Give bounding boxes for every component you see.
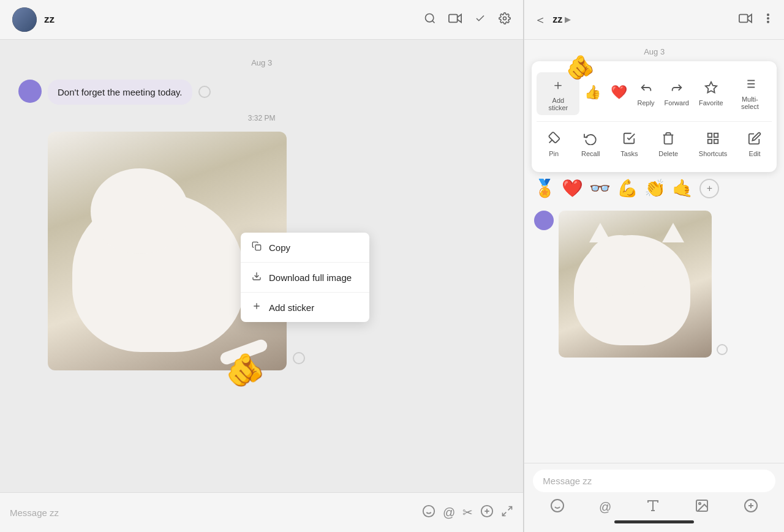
time-label: 3:32 PM [18,114,505,122]
multiselect-action[interactable]: Multi-select [728,73,772,114]
recall-icon [584,132,597,148]
svg-line-15 [503,512,507,515]
add-sticker-action[interactable]: ＋ Add sticker 🫵 [537,72,579,115]
pin-icon [547,132,560,148]
heart-action[interactable]: ❤️ [606,81,632,107]
download-icon [252,271,262,283]
search-icon[interactable] [424,12,436,28]
emoji-wave[interactable]: 🤙 [672,178,693,198]
svg-rect-4 [255,245,261,250]
pin-action[interactable]: Pin [542,128,565,161]
sender-avatar [18,80,42,103]
svg-rect-2 [449,14,458,22]
tasks-label: Tasks [620,150,638,157]
right-text-icon[interactable] [646,498,660,515]
settings-icon[interactable] [499,12,511,28]
edit-icon [748,132,761,148]
download-label: Download full image [269,272,352,283]
forward-action[interactable]: Forward [660,77,694,110]
copy-icon [252,241,262,253]
svg-point-17 [767,14,769,16]
tasks-action[interactable]: Tasks [616,128,643,161]
right-image-icon[interactable] [695,498,709,515]
message-row: Don't forget the meeting today. [18,80,505,105]
right-mention-icon[interactable]: @ [599,500,611,514]
add-sticker-action-label: Add sticker [541,97,575,111]
edit-action[interactable]: Edit [743,128,766,161]
right-emoji-icon[interactable] [550,498,565,515]
action-divider [537,121,772,122]
right-contact-name: zz ▶ [552,14,733,25]
right-message-input[interactable]: Message zz [533,470,775,492]
image-select-circle[interactable] [293,352,305,364]
back-button[interactable]: ＜ [534,12,546,28]
delete-action[interactable]: Delete [654,128,683,161]
right-date-divider: Aug 3 [524,40,784,61]
message-bubble: Don't forget the meeting today. [48,80,192,105]
scissors-icon[interactable]: ✂ [462,505,473,520]
svg-marker-20 [706,82,717,92]
emoji-clap[interactable]: 👏 [644,178,666,198]
svg-point-8 [423,505,434,516]
svg-point-19 [767,21,769,23]
add-sticker-menu-item[interactable]: Add sticker [241,293,369,322]
reply-icon [639,81,653,97]
right-chat-area [524,204,784,463]
heart-icon: ❤️ [611,84,627,100]
check-icon[interactable] [474,13,486,27]
thumbsup-action[interactable]: 👍 [579,81,606,107]
right-cat-image[interactable] [559,211,712,358]
recall-action[interactable]: Recall [576,128,605,161]
mention-icon[interactable]: @ [443,506,455,520]
right-add-icon[interactable] [744,498,758,515]
video-icon-right[interactable] [739,13,752,26]
svg-rect-28 [708,133,712,137]
emoji-glasses[interactable]: 👓 [589,178,611,198]
recall-label: Recall [581,150,600,157]
download-menu-item[interactable]: Download full image [241,263,369,293]
forward-label: Forward [665,99,689,107]
svg-line-1 [432,20,435,23]
favorite-label: Favorite [699,99,723,107]
emoji-icon[interactable] [422,504,435,521]
add-icon[interactable] [480,504,494,521]
shortcuts-icon [706,132,720,148]
message-select-circle[interactable] [198,86,211,98]
more-icon[interactable] [762,12,774,27]
svg-point-36 [699,503,701,504]
emoji-heart[interactable]: ❤️ [562,178,583,198]
delete-label: Delete [658,150,678,157]
svg-point-3 [503,17,507,20]
chat-area: Aug 3 Don't forget the meeting today. 3:… [0,40,523,492]
svg-point-32 [551,500,564,512]
favorite-action[interactable]: Favorite [694,77,728,110]
message-input[interactable] [10,508,415,518]
svg-line-14 [508,506,512,510]
multiselect-icon [743,77,756,93]
pin-label: Pin [549,150,559,157]
right-message-row [534,211,774,358]
reply-action[interactable]: Reply [632,77,659,110]
thumbsup-icon: 👍 [584,84,601,100]
add-sticker-icon [252,301,262,313]
svg-rect-31 [708,140,712,143]
shortcuts-label: Shortcuts [699,150,727,157]
shortcuts-action[interactable]: Shortcuts [694,128,732,161]
action-popup: ＋ Add sticker 🫵 👍 ❤️ Reply [532,61,777,172]
video-call-icon[interactable] [448,13,462,27]
image-message: Copy Download full image Add sticker [48,132,505,373]
expand-icon[interactable] [501,505,513,520]
right-select-circle[interactable] [717,344,728,355]
emoji-muscle[interactable]: 💪 [617,178,638,198]
add-sticker-action-icon: ＋ [551,76,565,94]
context-menu: Copy Download full image Add sticker [241,233,369,322]
svg-point-0 [426,13,434,21]
right-header: ＜ zz ▶ [524,0,784,40]
forward-icon [670,81,684,97]
action-row-1: ＋ Add sticker 🫵 👍 ❤️ Reply [537,69,772,119]
emoji-done[interactable]: 🏅 [534,178,556,198]
edit-label: Edit [749,150,761,157]
favorite-icon [704,81,718,97]
add-emoji-button[interactable]: + [699,179,719,198]
copy-menu-item[interactable]: Copy [241,233,369,263]
